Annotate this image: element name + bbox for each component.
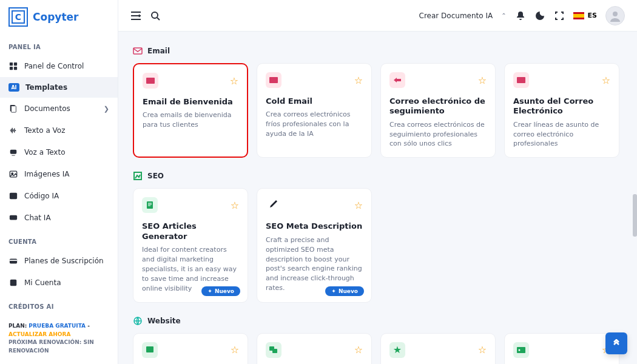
scrollbar[interactable] [633,194,637,237]
section-email-header: Email [133,46,622,56]
card-title: Asunto del Correo Electrónico [513,96,610,116]
menu-toggle-icon[interactable] [130,10,141,21]
nav-planes[interactable]: Planes de Suscripción [0,250,118,272]
nav-label: Mi Cuenta [24,278,61,287]
nav-label: Chat IA [24,214,51,222]
main-area: Crear Documento IA ⌃ ES Email [118,0,637,364]
create-document-dropdown[interactable]: Crear Documento IA [419,12,493,20]
template-card-email-subject[interactable]: ☆ Asunto del Correo Electrónico Crear lí… [504,63,619,158]
avatar[interactable] [605,6,625,25]
plan-renewal: PRÓXIMA RENOVACIÓN: SIN RENOVACIÓN [8,339,109,355]
chevron-up-icon[interactable]: ⌃ [501,12,506,19]
search-icon[interactable] [150,10,161,21]
svg-rect-3 [14,67,17,70]
plan-upgrade-link[interactable]: ACTUALIZAR AHORA [8,331,70,337]
website-section-icon [133,316,143,326]
nav-documentos[interactable]: Documentos ❯ [0,98,118,120]
svg-rect-19 [517,77,525,83]
dashboard-icon [8,61,18,71]
svg-rect-18 [269,77,278,83]
subscription-icon [8,256,18,266]
website-star-icon: ★ [389,342,405,358]
section-title-panel: PANEL IA [0,34,118,55]
language-code: ES [588,12,597,19]
sparkle-icon: ✦ [207,288,212,294]
template-card-welcome-email[interactable]: ☆ Email de Bienvenida Crea emails de bie… [133,63,248,158]
bell-icon[interactable] [515,10,526,21]
svg-point-14 [152,12,158,18]
nav-imagenes[interactable]: Imágenes IA [0,163,118,185]
fullscreen-icon[interactable] [554,10,565,21]
svg-rect-16 [133,48,142,54]
account-icon [8,278,18,288]
template-card-followup-email[interactable]: ☆ Correo electrónico de seguimiento Crea… [380,63,496,158]
nav-label: Planes de Suscripción [24,257,104,265]
template-card-cold-email[interactable]: ☆ Cold Email Crea correos electrónicos f… [257,63,372,158]
section-email-title: Email [147,47,170,55]
plan-info: PLAN: PRUEBA GRATUITA - ACTUALIZAR AHORA… [0,315,118,359]
template-card-seo-articles[interactable]: ☆ SEO Articles Generator Ideal for conte… [133,188,248,302]
ai-icon: AI [8,83,19,92]
nav-label: Código IA [24,192,59,200]
svg-rect-2 [10,67,13,70]
scroll-to-top-button[interactable] [605,332,627,354]
card-desc: Crea correos electrónicos fríos profesio… [266,110,363,139]
card-desc: Crea correos electrónicos de seguimiento… [389,120,487,149]
template-card-website-2[interactable]: ☆ [257,333,372,364]
card-title: Cold Email [266,96,363,106]
card-title: Correo electrónico de seguimiento [389,96,487,116]
favorite-star-icon[interactable]: ☆ [354,344,363,356]
svg-point-8 [12,173,13,175]
svg-rect-17 [146,78,155,84]
email-section-icon [133,46,143,56]
nav-mi-cuenta[interactable]: Mi Cuenta [0,272,118,294]
nav-label: Panel de Control [24,62,84,70]
seo-meta-icon [266,197,281,213]
content: Email ☆ Email de Bienvenida Crea emails … [118,32,637,364]
plan-trial-link[interactable]: PRUEBA GRATUITA [29,323,86,329]
favorite-star-icon[interactable]: ☆ [354,200,363,211]
svg-rect-13 [10,280,17,286]
nav-texto-voz[interactable]: Texto a Voz [0,120,118,141]
flag-es-icon [573,12,584,19]
moon-icon[interactable] [534,10,545,21]
welcome-email-icon [143,73,158,89]
nav-voz-texto[interactable]: Voz a Texto [0,141,118,163]
brand-logo[interactable]: C Copyter [0,0,118,34]
sparkle-icon: ✦ [331,288,336,294]
brand-name: Copyter [33,11,78,23]
favorite-star-icon[interactable]: ☆ [478,344,487,356]
favorite-star-icon[interactable]: ☆ [354,75,363,86]
nav-chat[interactable]: Chat IA [0,207,118,229]
email-subject-icon [513,72,529,88]
favorite-star-icon[interactable]: ☆ [602,75,610,86]
favorite-star-icon[interactable]: ☆ [231,344,239,356]
favorite-star-icon[interactable]: ☆ [230,75,238,87]
card-title: SEO Meta Description [266,221,363,231]
language-selector[interactable]: ES [573,12,597,19]
template-card-website-1[interactable]: ☆ [133,333,248,364]
template-card-website-3[interactable]: ★ ☆ [380,333,496,364]
svg-rect-25 [272,349,277,353]
template-card-website-4[interactable]: ☆ [504,333,619,364]
chevron-right-icon: ❯ [104,105,109,113]
text-to-speech-icon [8,126,18,135]
card-title: Email de Bienvenida [143,97,238,107]
svg-rect-26 [517,347,525,353]
svg-rect-6 [10,150,17,154]
nav-codigo[interactable]: Código IA [0,185,118,207]
nav-label: Voz a Texto [24,148,66,157]
nav-panel-control[interactable]: Panel de Control [0,55,118,77]
nav-templates[interactable]: AI Templates [0,77,118,98]
favorite-star-icon[interactable]: ☆ [478,75,487,86]
plan-prefix: PLAN: [8,323,27,329]
svg-rect-5 [12,106,16,113]
svg-rect-21 [147,201,153,209]
template-card-seo-meta[interactable]: ☆ SEO Meta Description Craft a precise a… [257,188,372,302]
chat-icon [8,213,18,223]
svg-rect-10 [10,215,17,220]
favorite-star-icon[interactable]: ☆ [231,200,239,211]
card-title: SEO Articles Generator [142,221,239,241]
new-badge: ✦ Nuevo [201,286,240,296]
nav-label: Templates [25,83,67,92]
